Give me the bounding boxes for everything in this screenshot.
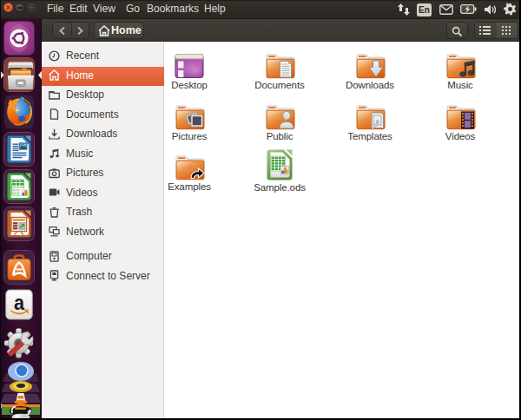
svg-text:a: a <box>14 291 24 314</box>
